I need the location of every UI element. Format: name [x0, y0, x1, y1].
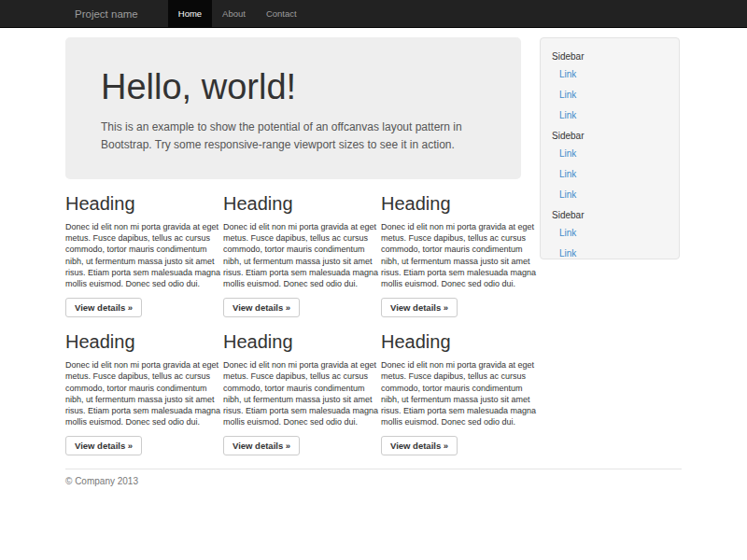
sidebar-panel: Sidebar Link Link Link Sidebar Link Link… — [540, 37, 680, 259]
navbar: Project name Home About Contact — [0, 0, 747, 28]
sidebar-link[interactable]: Link — [552, 184, 668, 204]
jumbotron: Hello, world! This is an example to show… — [65, 37, 521, 179]
card-heading: Heading — [381, 331, 537, 352]
cards-row-1: Heading Donec id elit non mi porta gravi… — [65, 179, 537, 317]
page-container: Hello, world! This is an example to show… — [65, 37, 682, 486]
sidebar-group-heading: Sidebar — [552, 131, 668, 141]
card-body: Donec id elit non mi porta gravida at eg… — [223, 221, 379, 289]
card-heading: Heading — [223, 193, 379, 214]
card-body: Donec id elit non mi porta gravida at eg… — [381, 221, 537, 289]
card-heading: Heading — [65, 193, 221, 214]
content-card: Heading Donec id elit non mi porta gravi… — [65, 179, 223, 317]
cards-row-2: Heading Donec id elit non mi porta gravi… — [65, 317, 537, 455]
page-title: Hello, world! — [101, 66, 486, 107]
sidebar: Sidebar Link Link Link Sidebar Link Link… — [537, 37, 682, 259]
card-body: Donec id elit non mi porta gravida at eg… — [65, 221, 221, 289]
sidebar-group-3: Sidebar Link Link — [552, 210, 668, 259]
navbar-menu: Home About Contact — [168, 0, 307, 28]
card-heading: Heading — [381, 193, 537, 214]
sidebar-group-2: Sidebar Link Link Link — [552, 131, 668, 204]
content-card: Heading Donec id elit non mi porta gravi… — [223, 179, 381, 317]
view-details-button[interactable]: View details » — [223, 436, 300, 455]
nav-item-contact[interactable]: Contact — [256, 0, 307, 28]
jumbotron-description: This is an example to show the potential… — [101, 119, 476, 154]
main-content: Hello, world! This is an example to show… — [65, 37, 537, 455]
card-heading: Heading — [223, 331, 379, 352]
navbar-brand[interactable]: Project name — [65, 0, 148, 28]
card-body: Donec id elit non mi porta gravida at eg… — [381, 359, 537, 427]
sidebar-link[interactable]: Link — [552, 163, 668, 184]
content-row: Hello, world! This is an example to show… — [65, 37, 682, 455]
sidebar-group-heading: Sidebar — [552, 51, 668, 62]
card-body: Donec id elit non mi porta gravida at eg… — [65, 359, 221, 427]
view-details-button[interactable]: View details » — [223, 298, 300, 317]
card-body: Donec id elit non mi porta gravida at eg… — [223, 359, 379, 427]
footer: © Company 2013 — [65, 476, 682, 486]
sidebar-link[interactable]: Link — [552, 243, 668, 259]
view-details-button[interactable]: View details » — [65, 298, 142, 317]
nav-item-about[interactable]: About — [212, 0, 256, 28]
content-card: Heading Donec id elit non mi porta gravi… — [223, 317, 381, 455]
view-details-button[interactable]: View details » — [65, 436, 142, 455]
nav-item-home[interactable]: Home — [168, 0, 212, 28]
sidebar-link[interactable]: Link — [552, 143, 668, 163]
sidebar-link[interactable]: Link — [552, 63, 668, 84]
navbar-container: Project name Home About Contact — [65, 0, 682, 28]
sidebar-group-1: Sidebar Link Link Link — [552, 51, 668, 125]
sidebar-group-heading: Sidebar — [552, 210, 668, 220]
view-details-button[interactable]: View details » — [381, 298, 458, 317]
content-card: Heading Donec id elit non mi porta gravi… — [381, 179, 539, 317]
sidebar-link[interactable]: Link — [552, 84, 668, 105]
card-heading: Heading — [65, 331, 221, 352]
content-card: Heading Donec id elit non mi porta gravi… — [381, 317, 539, 455]
sidebar-link[interactable]: Link — [552, 222, 668, 243]
content-card: Heading Donec id elit non mi porta gravi… — [65, 317, 223, 455]
sidebar-link[interactable]: Link — [552, 105, 668, 125]
copyright-text: © Company 2013 — [65, 476, 682, 486]
view-details-button[interactable]: View details » — [381, 436, 458, 455]
footer-divider — [65, 469, 682, 469]
